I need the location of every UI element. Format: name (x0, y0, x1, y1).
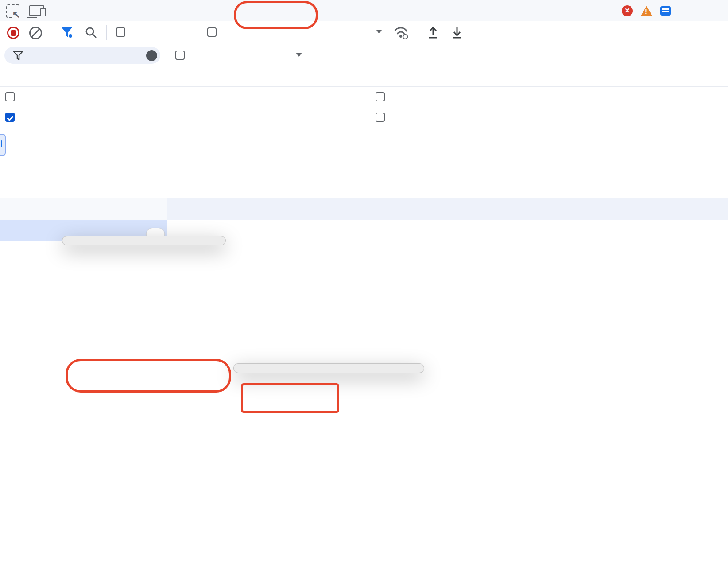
toolbar-divider (52, 4, 52, 18)
filter-input[interactable] (4, 47, 160, 64)
console-badges: ✕ (622, 0, 675, 21)
clear-network-log-button[interactable] (29, 27, 42, 39)
copy-submenu (233, 363, 424, 373)
resource-type-chips (0, 66, 728, 87)
devtools-window: ↖ ✕ (0, 0, 728, 568)
error-icon[interactable]: ✕ (622, 5, 633, 16)
throttling-caret-icon[interactable] (376, 30, 382, 34)
network-options-row-2 (0, 107, 728, 128)
network-options-row-1 (0, 87, 728, 107)
inspect-element-icon[interactable]: ↖ (6, 4, 19, 18)
big-request-rows-checkbox[interactable] (5, 92, 15, 101)
preserve-log-checkbox[interactable] (116, 27, 125, 37)
filter-funnel-icon (13, 51, 23, 60)
invert-checkbox[interactable] (175, 51, 185, 60)
screenshots-checkbox[interactable] (376, 113, 385, 122)
toolbar-divider (418, 25, 418, 40)
network-overview-timeline[interactable] (0, 128, 728, 199)
message-icon[interactable] (660, 6, 671, 16)
detail-pane-tabbar (167, 198, 728, 221)
overview-selection-handle[interactable] (0, 134, 6, 156)
annotation-circle-network (234, 1, 318, 29)
indent-guide (238, 220, 238, 568)
overview-checkbox[interactable] (5, 113, 15, 122)
network-toolbar (0, 21, 728, 45)
more-filters-caret-icon[interactable] (296, 53, 302, 57)
device-toolbar-icon[interactable] (29, 5, 44, 16)
toolbar-divider (682, 4, 682, 18)
filter-funnel-icon[interactable] (61, 27, 73, 38)
network-filter-row (0, 44, 728, 66)
request-list (0, 220, 167, 568)
import-har-icon[interactable] (427, 26, 439, 39)
clear-filter-icon[interactable] (146, 50, 157, 61)
network-conditions-icon[interactable] (393, 26, 410, 39)
annotation-circle-copy (66, 359, 231, 393)
toolbar-divider (106, 25, 107, 40)
warning-icon[interactable] (641, 6, 652, 16)
group-by-frame-checkbox[interactable] (376, 92, 385, 101)
disable-cache-checkbox[interactable] (207, 27, 217, 37)
annotation-rect-copy-as-curl (241, 383, 339, 413)
inspect-cursor-icon: ↖ (12, 10, 20, 19)
toolbar-divider (50, 25, 50, 40)
toolbar-divider (197, 25, 197, 40)
search-icon[interactable] (85, 27, 97, 39)
devtools-tabbar: ↖ ✕ (0, 0, 728, 22)
export-har-icon[interactable] (451, 26, 463, 39)
record-network-log-button[interactable] (7, 27, 19, 39)
toolbar-divider (227, 48, 227, 63)
indent-guide (259, 220, 259, 344)
context-menu (62, 236, 226, 245)
name-column-header[interactable] (0, 198, 167, 220)
